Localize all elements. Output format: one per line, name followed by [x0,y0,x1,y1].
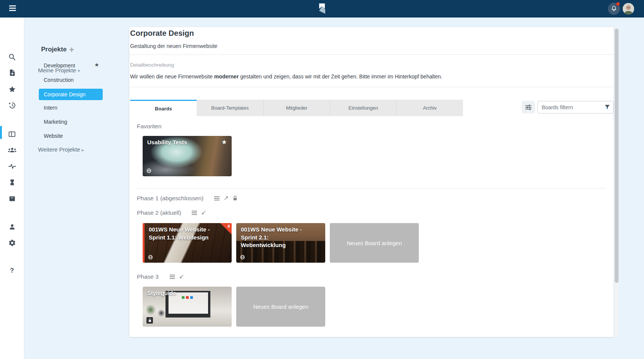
view-options-button[interactable] [522,101,535,113]
section-title-phase1: Phase 1 (abgeschlossen) [137,195,204,202]
sidebar-item-corporate-design-selected[interactable]: Corporate Design [39,89,103,100]
tab-bar: Boards Board-Templates Mitglieder Einste… [130,100,463,116]
tab-boards[interactable]: Boards [130,100,197,116]
detail-description-label: Detailbeschreibung [130,62,174,68]
phase2-actions [191,210,207,215]
section-title-phase2: Phase 2 (aktuell) [137,209,181,216]
hamburger-menu-icon[interactable] [9,5,16,12]
icon-rail: ? [0,18,24,359]
tab-board-templates[interactable]: Board-Templates [197,100,263,116]
divider [129,54,614,55]
add-project-button[interactable]: + [69,45,74,55]
team-members-icon[interactable] [0,144,24,156]
top-bar [0,0,644,18]
user-avatar[interactable] [623,3,634,14]
task-count-badge [220,223,232,235]
phase1-actions [214,195,238,201]
add-board-button[interactable]: Neues Board anlegen [236,287,325,327]
boards-icon[interactable] [0,128,24,140]
archive-icon[interactable] [0,192,24,205]
menu-icon[interactable] [214,196,220,201]
notifications-bell-button[interactable] [608,3,620,15]
menu-icon[interactable] [191,210,197,215]
time-tracking-hourglass-icon[interactable] [0,176,24,189]
settings-gear-icon[interactable] [0,236,24,249]
chevron-down-icon: ▾ [78,68,80,73]
board-card-sprint-1-1[interactable]: 001WS Neue Website - Sprint 1.1: Webdesi… [143,223,232,263]
favorites-star-icon[interactable] [0,83,24,96]
add-document-icon[interactable] [0,66,24,79]
divider [129,87,614,87]
tab-archiv[interactable]: Archiv [396,100,463,116]
chevron-right-icon: ▸ [82,147,84,153]
tune-icon [525,104,532,111]
project-star-icon[interactable]: ★ [94,62,99,68]
lock-icon [232,195,238,201]
private-lock-chip [146,317,153,324]
page-subtitle: Gestaltung der neuen Firmenwebsite [130,43,218,49]
phase3-actions [169,274,184,279]
board-card-sprint-2-1[interactable]: 001WS Neue Website - Sprint 2.1: Webentw… [236,223,325,263]
sidebar-item-construction[interactable]: Construction [44,77,74,83]
card-accent-stripe [143,223,145,263]
board-favorite-star-icon[interactable]: ★ [221,138,227,146]
history-icon[interactable] [0,99,24,112]
add-board-button[interactable]: Neues Board anlegen [330,223,419,263]
sidebar-item-website[interactable]: Website [44,133,63,139]
project-description: Wir wollen die neue Firmenwebsite modern… [130,73,442,80]
divider [137,188,606,188]
notification-unread-dot [616,2,620,6]
vertical-scrollbar[interactable] [614,27,619,337]
public-globe-icon [240,255,245,260]
sidebar-item-intern[interactable]: Intern [44,105,57,111]
help-icon[interactable]: ? [0,264,24,277]
app-logo-icon [317,3,328,15]
search-icon[interactable] [0,50,24,63]
app-root: { "colors": { "topbar_bg": "#0d3a5f", "a… [0,0,644,359]
bell-icon [611,5,617,12]
profile-person-icon[interactable] [0,220,24,233]
scrollbar-thumb[interactable] [615,29,619,283]
sidebar-item-development[interactable]: Development [44,62,75,69]
section-title-favoriten: Favoriten [137,123,162,130]
projects-header: Projekte [41,46,67,53]
tab-einstellungen[interactable]: Einstellungen [330,100,396,116]
filter-funnel-icon[interactable] [604,104,611,110]
section-title-phase3: Phase 3 [137,273,159,280]
sidebar-item-marketing[interactable]: Marketing [44,119,67,125]
activity-pulse-icon[interactable] [0,160,24,173]
collapse-icon[interactable] [179,274,184,279]
tab-mitglieder[interactable]: Mitglieder [263,100,330,116]
board-card-styleguide[interactable]: Styleguide [143,287,232,327]
group-weitere-projekte[interactable]: Weitere Projekte ▸ [38,146,84,153]
expand-icon[interactable] [223,195,229,201]
board-card-usability-tests[interactable]: Usability Tests ★ [143,136,232,176]
public-globe-icon [148,255,153,260]
projects-panel: Projekte + Meine Projekte ▾ Development … [24,18,129,359]
public-globe-icon [146,168,151,173]
menu-icon[interactable] [169,274,175,279]
collapse-icon[interactable] [201,210,207,215]
boards-filter [537,101,614,113]
boards-filter-input[interactable] [537,101,614,113]
page-title: Corporate Design [130,29,194,38]
project-detail-panel: Corporate Design Gestaltung der neuen Fi… [129,27,614,337]
lock-icon [148,318,152,322]
